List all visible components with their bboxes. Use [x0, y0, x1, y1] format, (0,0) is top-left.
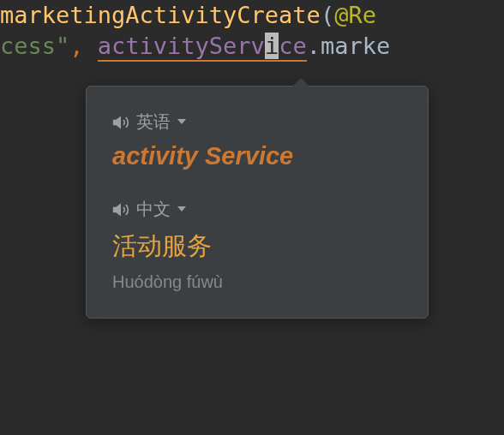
language-header-english[interactable]: 英语: [112, 110, 402, 134]
code-line-2[interactable]: cess", activityService.marke: [0, 31, 504, 62]
language-chinese-label: 中文: [136, 198, 171, 221]
identifier-pre: activityServ: [98, 33, 265, 59]
text-cursor: i: [265, 33, 279, 59]
string-literal-token: cess": [0, 33, 69, 59]
chevron-down-icon[interactable]: [177, 205, 188, 215]
code-editor[interactable]: marketingActivityCreate(@Re cess", activ…: [0, 0, 504, 63]
speaker-icon[interactable]: [112, 201, 129, 218]
language-english-label: 英语: [136, 110, 171, 134]
identifier-post: ce: [279, 33, 307, 59]
open-paren-token: (: [321, 2, 334, 28]
annotation-token: @Re: [334, 2, 376, 28]
method-call-token: marke: [321, 33, 390, 59]
code-line-1[interactable]: marketingActivityCreate(@Re: [0, 0, 504, 31]
translation-english-text: activity Service: [112, 142, 402, 170]
comma-token: ,: [69, 33, 98, 59]
translation-tooltip: 英语 activity Service 中文 活动服务 Huódòng fúwù: [86, 86, 429, 319]
speaker-icon[interactable]: [112, 114, 129, 131]
method-name-token: marketingActivityCreate: [0, 2, 321, 28]
identifier-activityservice[interactable]: activityService: [98, 33, 307, 62]
dot-token: .: [307, 33, 321, 59]
romanization-text: Huódòng fúwù: [112, 272, 402, 292]
chevron-down-icon[interactable]: [177, 117, 188, 128]
language-header-chinese[interactable]: 中文: [112, 198, 402, 221]
translation-chinese-text: 活动服务: [112, 229, 402, 264]
